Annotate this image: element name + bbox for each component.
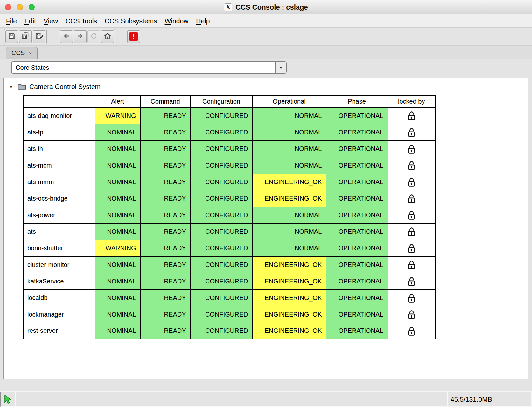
cursor-status-segment <box>0 392 16 407</box>
locked-by-cell <box>388 207 436 223</box>
menu-ccs-tools[interactable]: CCS Tools <box>62 15 101 27</box>
table-row: ats NOMINAL READY CONFIGURED NORMAL OPER… <box>23 223 436 240</box>
alerts-button[interactable]: ! <box>127 30 140 43</box>
alert-cell: WARNING <box>95 107 140 124</box>
unlocked-padlock-icon <box>407 293 416 303</box>
column-header-configuration: Configuration <box>190 95 252 107</box>
unlocked-padlock-icon <box>407 276 416 286</box>
back-button[interactable] <box>60 30 73 43</box>
tree-node-camera-control-system[interactable]: ▼ Camera Control System <box>4 78 528 92</box>
subsystem-name-cell: ats-mcm <box>23 157 95 174</box>
home-icon <box>104 32 111 41</box>
configuration-cell: CONFIGURED <box>190 157 252 174</box>
command-cell: READY <box>140 223 190 240</box>
tree-node-label: Camera Control System <box>29 83 101 90</box>
menu-ccs-subsystems[interactable]: CCS Subsystems <box>101 15 161 27</box>
save-as-icon <box>35 32 43 41</box>
alert-cell: NOMINAL <box>95 140 140 157</box>
table-row: bonn-shutter WARNING READY CONFIGURED NO… <box>23 240 436 256</box>
phase-cell: OPERATIONAL <box>326 140 388 157</box>
zoom-window-button[interactable] <box>29 4 35 10</box>
home-button[interactable] <box>101 30 114 43</box>
operational-cell: ENGINEERING_OK <box>252 256 326 273</box>
command-cell: READY <box>140 190 190 207</box>
save-button[interactable] <box>5 30 18 43</box>
configuration-cell: CONFIGURED <box>190 289 252 306</box>
subsystem-name-cell: cluster-monitor <box>23 256 95 273</box>
forward-button[interactable] <box>74 30 87 43</box>
subsystem-name-cell: ats-fp <box>23 124 95 140</box>
folder-icon <box>18 83 26 90</box>
configuration-cell: CONFIGURED <box>190 323 252 339</box>
tree-expander-icon[interactable]: ▼ <box>9 84 15 89</box>
configuration-cell: CONFIGURED <box>190 124 252 140</box>
subsystem-name-cell: ats-mmm <box>23 174 95 190</box>
locked-by-cell <box>388 323 436 339</box>
phase-cell: OPERATIONAL <box>326 223 388 240</box>
save-as-button[interactable] <box>33 30 46 43</box>
tab-ccs[interactable]: CCS × <box>6 47 38 59</box>
command-cell: READY <box>140 140 190 157</box>
table-row: ats-daq-monitor WARNING READY CONFIGURED… <box>23 107 436 124</box>
operational-cell: ENGINEERING_OK <box>252 273 326 289</box>
table-row: ats-mmm NOMINAL READY CONFIGURED ENGINEE… <box>23 174 436 190</box>
locked-by-cell <box>388 140 436 157</box>
configuration-cell: CONFIGURED <box>190 306 252 323</box>
window-title-area: X CCS Console : cslage <box>0 0 532 14</box>
operational-cell: NORMAL <box>252 140 326 157</box>
minimize-window-button[interactable] <box>17 4 23 10</box>
menu-view[interactable]: View <box>40 15 62 27</box>
toolbar: ! <box>0 28 532 46</box>
unlocked-padlock-icon <box>407 260 416 270</box>
alert-cell: NOMINAL <box>95 273 140 289</box>
phase-cell: OPERATIONAL <box>326 207 388 223</box>
view-selector-value: Core States <box>16 64 49 71</box>
menu-edit[interactable]: Edit <box>21 15 40 27</box>
table-row: ats-ocs-bridge NOMINAL READY CONFIGURED … <box>23 190 436 207</box>
configuration-cell: CONFIGURED <box>190 256 252 273</box>
alert-cell: NOMINAL <box>95 256 140 273</box>
refresh-button[interactable] <box>88 30 100 43</box>
table-row: ats-power NOMINAL READY CONFIGURED NORMA… <box>23 207 436 223</box>
menu-file[interactable]: File <box>2 15 21 27</box>
close-window-button[interactable] <box>5 4 11 10</box>
locked-by-cell <box>388 124 436 140</box>
error-flag-icon: ! <box>129 32 138 41</box>
subsystem-name-cell: ats <box>23 223 95 240</box>
view-selector-dropdown[interactable]: Core States ▼ <box>11 61 287 74</box>
alert-cell: NOMINAL <box>95 289 140 306</box>
column-header-phase: Phase <box>326 95 388 107</box>
locked-by-cell <box>388 107 436 124</box>
phase-cell: OPERATIONAL <box>326 190 388 207</box>
unlocked-padlock-icon <box>407 309 416 319</box>
operational-cell: NORMAL <box>252 240 326 256</box>
phase-cell: OPERATIONAL <box>326 289 388 306</box>
save-all-button[interactable] <box>19 30 32 43</box>
memory-status-segment: 45.5/131.0MB <box>448 392 532 407</box>
locked-by-cell <box>388 240 436 256</box>
locked-by-cell <box>388 174 436 190</box>
operational-cell: ENGINEERING_OK <box>252 306 326 323</box>
configuration-cell: CONFIGURED <box>190 207 252 223</box>
menu-help[interactable]: Help <box>192 15 214 27</box>
column-header-alert: Alert <box>95 95 140 107</box>
content-panel: ▼ Camera Control System Alert Command C <box>4 78 528 379</box>
chevron-down-icon[interactable]: ▼ <box>275 62 286 73</box>
table-row: rest-server NOMINAL READY CONFIGURED ENG… <box>23 323 436 339</box>
locked-by-cell <box>388 256 436 273</box>
unlocked-padlock-icon <box>407 144 416 154</box>
nav-tool-group <box>59 29 115 44</box>
phase-cell: OPERATIONAL <box>326 157 388 174</box>
configuration-cell: CONFIGURED <box>190 107 252 124</box>
unlocked-padlock-icon <box>407 210 416 220</box>
command-cell: READY <box>140 207 190 223</box>
tab-close-icon[interactable]: × <box>29 50 32 56</box>
configuration-cell: CONFIGURED <box>190 223 252 240</box>
alert-cell: NOMINAL <box>95 223 140 240</box>
alert-cell: NOMINAL <box>95 323 140 339</box>
command-cell: READY <box>140 124 190 140</box>
menu-window[interactable]: Window <box>161 15 192 27</box>
command-cell: READY <box>140 273 190 289</box>
configuration-cell: CONFIGURED <box>190 240 252 256</box>
table-row: ats-mcm NOMINAL READY CONFIGURED NORMAL … <box>23 157 436 174</box>
